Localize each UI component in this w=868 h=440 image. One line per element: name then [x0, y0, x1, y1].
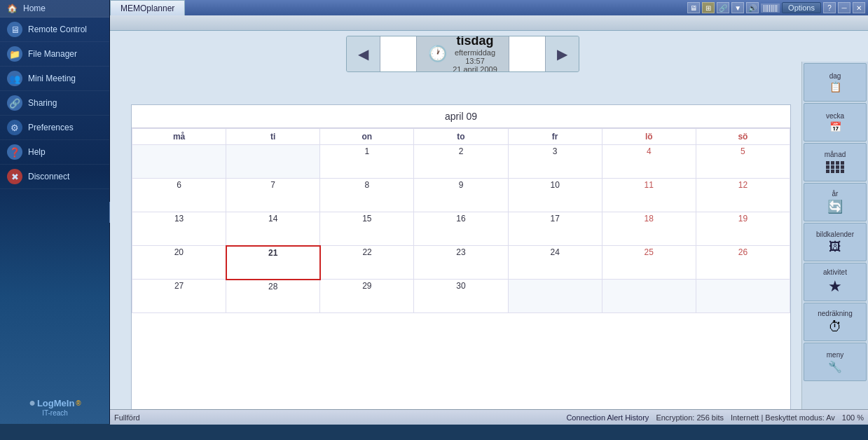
- calendar-day[interactable]: 27: [132, 280, 226, 313]
- tray-icon-windows: ⊞: [702, 2, 715, 13]
- right-panel: dag 📋 vecka 📅 månad år 🔄: [801, 62, 868, 425]
- calendar-day[interactable]: 14: [226, 212, 320, 246]
- sharing-icon: 🔗: [7, 95, 22, 111]
- calendar-day[interactable]: 24: [508, 246, 602, 280]
- sidebar-item-label: Help: [28, 147, 46, 157]
- sidebar-item-remote-control[interactable]: 🖥 Remote Control: [0, 18, 109, 42]
- sidebar-item-label: Sharing: [28, 98, 57, 108]
- calendar-day[interactable]: 16: [414, 212, 508, 246]
- calendar-day[interactable]: 11: [602, 179, 696, 212]
- calendar-day[interactable]: [602, 280, 696, 313]
- calendar-day[interactable]: 29: [320, 280, 414, 313]
- calendar-day[interactable]: 13: [132, 212, 226, 246]
- left-box: [380, 36, 417, 72]
- ar-button[interactable]: år 🔄: [804, 183, 867, 221]
- calendar-day[interactable]: [696, 280, 790, 313]
- aktivitet-button[interactable]: aktivitet ★: [804, 263, 867, 301]
- sidebar-item-label: File Manager: [28, 49, 77, 59]
- date-display: 🕐 tisdag eftermiddag 13:57 21 april 2009: [417, 36, 509, 72]
- calendar-day[interactable]: 17: [508, 212, 602, 246]
- calendar-day[interactable]: 3: [508, 145, 602, 179]
- nedrakning-button[interactable]: nedräkning ⏱: [804, 303, 867, 341]
- vecka-button[interactable]: vecka 📅: [804, 103, 867, 142]
- calendar-day[interactable]: 5: [696, 145, 790, 179]
- prev-button[interactable]: ◀: [347, 36, 380, 72]
- date-nav-area: ◀ 🕐 tisdag eftermiddag 13:57 21 april 20…: [131, 34, 794, 73]
- calendar-day[interactable]: 8: [320, 179, 414, 212]
- sidebar-item-preferences[interactable]: ⚙ Preferences: [0, 116, 109, 140]
- sidebar-item-label: Disconnect: [28, 172, 69, 181]
- calendar-month-header: april 09: [132, 105, 790, 128]
- tray-icon-sound: 🔊: [746, 2, 759, 13]
- calendar-day[interactable]: 26: [696, 246, 790, 280]
- calendar-day[interactable]: 25: [602, 246, 696, 280]
- weekday-on: on: [320, 129, 414, 145]
- it-reach-text: IT-reach: [29, 409, 81, 417]
- sidebar-item-label: Home: [23, 4, 46, 13]
- tray-icon-help[interactable]: ?: [823, 2, 836, 13]
- logmein-text: LogMeIn: [37, 398, 74, 408]
- bildkalender-button[interactable]: bildkalender 🖼: [804, 223, 867, 261]
- status-right: Connection Alert History Encryption: 256…: [566, 413, 864, 422]
- encryption-status: Encryption: 256 bits: [656, 413, 724, 422]
- tray-icon-close[interactable]: ✕: [853, 2, 865, 13]
- calendar-day[interactable]: 22: [320, 246, 414, 280]
- calendar-day[interactable]: 10: [508, 179, 602, 212]
- status-bar: Fullförd Connection Alert History Encryp…: [110, 409, 868, 425]
- disconnect-icon: ✖: [7, 169, 22, 184]
- calendar-day[interactable]: [508, 280, 602, 313]
- internet-status: Internett | Beskyttet modus: Av: [731, 413, 835, 422]
- calendar-day[interactable]: 30: [414, 280, 508, 313]
- calendar-day[interactable]: 28: [226, 280, 320, 313]
- calendar-day[interactable]: 9: [414, 179, 508, 212]
- calendar-container: april 09 må ti on to fr lö sö 1234567891…: [131, 104, 791, 418]
- weekday-so: sö: [696, 129, 790, 145]
- calendar-day[interactable]: 2: [414, 145, 508, 179]
- time-display: 13:57: [453, 57, 497, 65]
- day-part: eftermiddag: [453, 48, 497, 57]
- tray-icon-minimize[interactable]: ─: [838, 2, 850, 13]
- dag-button[interactable]: dag 📋: [804, 63, 867, 102]
- sidebar-item-help[interactable]: ❓ Help: [0, 140, 109, 165]
- weekday-ma: må: [132, 129, 226, 145]
- calendar-day[interactable]: [132, 145, 226, 179]
- full-date: 21 april 2009: [453, 65, 497, 72]
- day-name: tisdag: [453, 36, 497, 49]
- sidebar-item-label: Preferences: [28, 123, 74, 132]
- tray-icon-dropdown[interactable]: ▼: [731, 2, 744, 13]
- sidebar-item-sharing[interactable]: 🔗 Sharing: [0, 91, 109, 116]
- memoplanner-tab[interactable]: MEMOplanner: [110, 0, 185, 15]
- calendar-day[interactable]: 23: [414, 246, 508, 280]
- calendar-day[interactable]: [226, 145, 320, 179]
- calendar-day[interactable]: 21: [226, 246, 320, 280]
- connection-alert[interactable]: Connection Alert History: [566, 413, 649, 422]
- calendar-day[interactable]: 4: [602, 145, 696, 179]
- tray-icon-network: 🔗: [717, 2, 729, 13]
- tray-volume-bar: ||||||||: [761, 4, 780, 13]
- meny-button[interactable]: meny 🔧: [804, 343, 867, 381]
- calendar-day[interactable]: 7: [226, 179, 320, 212]
- calendar-day[interactable]: 1: [320, 145, 414, 179]
- sidebar-item-label: Mini Meeting: [28, 74, 76, 83]
- calendar-day[interactable]: 15: [320, 212, 414, 246]
- clock-icon: 🕐: [428, 45, 447, 63]
- calendar-day[interactable]: 18: [602, 212, 696, 246]
- weekday-ti: ti: [226, 129, 320, 145]
- calendar-day[interactable]: 19: [696, 212, 790, 246]
- calendar-day[interactable]: 12: [696, 179, 790, 212]
- tray-icon-monitor: 🖥: [687, 2, 700, 13]
- manad-button[interactable]: månad: [804, 143, 867, 181]
- zoom-level: 100 %: [842, 413, 864, 422]
- options-button[interactable]: Options: [782, 2, 821, 13]
- sidebar-item-disconnect[interactable]: ✖ Disconnect: [0, 165, 109, 189]
- calendar-day[interactable]: 6: [132, 179, 226, 212]
- right-box: [509, 36, 545, 72]
- weekday-fr: fr: [508, 129, 602, 145]
- top-bar: MEMOplanner 🖥 ⊞ 🔗 ▼ 🔊 |||||||| Options ?…: [110, 0, 868, 15]
- content-area: ◀ 🕐 tisdag eftermiddag 13:57 21 april 20…: [110, 31, 868, 425]
- sidebar-item-home[interactable]: 🏠 Home: [0, 0, 109, 18]
- sidebar-item-file-manager[interactable]: 📁 File Manager: [0, 42, 109, 67]
- calendar-day[interactable]: 20: [132, 246, 226, 280]
- sidebar-item-mini-meeting[interactable]: 👥 Mini Meeting: [0, 67, 109, 91]
- next-button[interactable]: ▶: [545, 36, 579, 72]
